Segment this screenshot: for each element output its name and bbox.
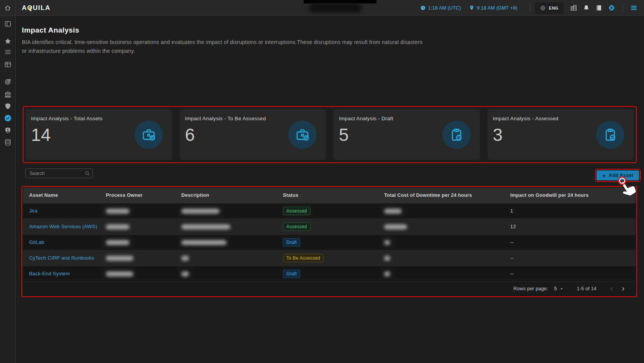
redacted-tenant-name <box>309 3 362 12</box>
app-logo-text: AQUILA <box>22 4 51 12</box>
redacted-process-owner <box>106 256 133 261</box>
annotation-rect-table: Asset NameProcess OwnerDescriptionStatus… <box>21 186 637 297</box>
asset-name-link[interactable]: Back-End System <box>29 271 70 276</box>
asset-name-link[interactable]: Amazon Web Services (AWS) <box>29 224 97 229</box>
app-logo[interactable]: AQUILA <box>22 0 51 16</box>
redacted-description <box>181 256 189 261</box>
goodwill-value: -- <box>510 271 514 276</box>
annotation-rect-stats: Impact Analysis - Total Assets 14 Impact… <box>23 106 637 163</box>
sidebar-item-shield-user-icon[interactable] <box>4 126 12 134</box>
notification-bell-icon[interactable] <box>580 0 593 16</box>
plus-icon: + <box>602 172 606 179</box>
add-asset-label: Add Asset <box>609 173 633 178</box>
table-row: Jira Assessed 1 <box>23 203 636 219</box>
status-badge: Assessed <box>283 222 310 231</box>
menu-icon[interactable] <box>628 0 640 16</box>
search-input[interactable] <box>25 168 93 178</box>
redacted-process-owner <box>106 224 130 229</box>
assets-table: Asset NameProcess OwnerDescriptionStatus… <box>23 188 636 281</box>
column-header: Description <box>175 188 277 203</box>
rows-per-page-select[interactable]: 5 <box>554 286 564 291</box>
divider <box>530 4 530 12</box>
utc-time: 1:18 AM (UTC) <box>420 5 461 11</box>
utc-time-label: 1:18 AM (UTC) <box>428 5 461 11</box>
stat-card-3: Impact Analysis - Assessed 3 <box>488 109 634 160</box>
status-badge: Assessed <box>283 207 310 215</box>
redacted-description <box>181 224 230 229</box>
redacted-description <box>181 271 189 276</box>
sidebar-item-asset-database-icon[interactable] <box>4 138 12 146</box>
sidebar-item-table-board-icon[interactable] <box>4 60 12 69</box>
support-ring-icon[interactable] <box>605 0 618 16</box>
status-badge: To Be Assessed <box>283 254 324 262</box>
goodwill-value: 12 <box>510 224 516 229</box>
assets-table-card: Asset NameProcess OwnerDescriptionStatus… <box>23 188 636 296</box>
add-asset-button[interactable]: + Add Asset <box>596 170 639 180</box>
page-description: BIA identifies critical, time-sensitive … <box>22 38 429 56</box>
logo-q-dot <box>29 7 31 9</box>
column-header: Total Cost of Downtime per 24 hours <box>378 188 504 203</box>
column-header: Status <box>277 188 378 203</box>
column-header: Impact on Goodwill per 24 hours <box>504 188 636 203</box>
clipboard-clock-icon <box>442 121 471 149</box>
chevron-left-icon <box>609 286 614 292</box>
asset-name-link[interactable]: GitLab <box>29 239 44 245</box>
next-page-button[interactable] <box>617 283 629 294</box>
asset-name-link[interactable]: CyTech CIRP and Runbooks <box>29 255 94 261</box>
sidebar-item-star-icon[interactable] <box>4 37 12 45</box>
sidebar-item-menu-list-icon[interactable] <box>4 48 12 56</box>
local-time: 9:18 AM (GMT +8) <box>469 5 518 11</box>
location-pin-icon <box>469 5 475 11</box>
goodwill-value: -- <box>510 239 514 245</box>
home-icon <box>4 5 11 11</box>
goodwill-value: -- <box>510 255 514 261</box>
redacted-description <box>181 240 227 245</box>
language-label: ENG <box>549 6 559 10</box>
table-row: Amazon Web Services (AWS) Assessed 12 <box>23 219 636 234</box>
home-button[interactable] <box>0 0 16 16</box>
stat-card-1: Impact Analysis - To Be Assessed 6 <box>180 109 326 160</box>
redacted-bar <box>304 0 376 3</box>
status-badge: Draft <box>283 238 300 247</box>
page-title: Impact Analysis <box>22 26 429 34</box>
table-pagination: Rows per page: 5 1-5 of 14 <box>23 281 636 296</box>
redacted-cost-value <box>384 209 402 214</box>
rows-per-page-value: 5 <box>554 286 557 291</box>
goodwill-value: 1 <box>510 208 513 214</box>
library-book-icon[interactable] <box>593 0 605 16</box>
top-navbar: AQUILA 1:18 AM (UTC) 9:18 AM (GMT +8) EN… <box>0 0 644 16</box>
local-time-label: 9:18 AM (GMT +8) <box>477 5 518 11</box>
annotation-rect-add-asset: + Add Asset <box>595 169 641 182</box>
table-row: GitLab Draft -- <box>23 234 636 250</box>
redacted-cost-value <box>384 224 407 229</box>
redacted-process-owner <box>106 240 130 245</box>
previous-page-button[interactable] <box>606 283 617 294</box>
divider <box>623 4 623 12</box>
status-badge: Draft <box>283 270 300 278</box>
redacted-description <box>181 209 220 214</box>
sidebar-item-shield-icon[interactable] <box>4 102 12 110</box>
stat-card-0: Impact Analysis - Total Assets 14 <box>26 109 172 160</box>
sidebar-item-layout-panel-icon[interactable] <box>4 20 12 28</box>
globe-icon <box>540 5 546 11</box>
caret-down-icon <box>559 286 564 291</box>
asset-name-link[interactable]: Jira <box>29 208 38 214</box>
column-header: Asset Name <box>23 188 100 203</box>
pagination-range: 1-5 of 14 <box>577 286 596 291</box>
briefcase-search-icon <box>135 121 163 149</box>
chevron-right-icon <box>620 286 626 292</box>
sidebar-item-target-dart-icon[interactable] <box>4 78 12 86</box>
sidebar <box>0 16 16 363</box>
language-selector[interactable]: ENG <box>535 2 564 14</box>
company-building-icon[interactable] <box>567 0 580 16</box>
search-input-wrapper <box>25 168 93 178</box>
search-icon <box>84 170 90 176</box>
sidebar-item-impact-analysis-check-icon[interactable] <box>4 114 12 122</box>
column-header: Process Owner <box>100 188 175 203</box>
clock-icon <box>420 5 426 11</box>
redacted-cost-value <box>384 271 390 276</box>
clipboard-check-icon <box>596 121 624 149</box>
sidebar-item-bank-icon[interactable] <box>4 90 12 98</box>
stat-card-2: Impact Analysis - Draft 5 <box>334 109 480 160</box>
table-row: CyTech CIRP and Runbooks To Be Assessed … <box>23 250 636 266</box>
